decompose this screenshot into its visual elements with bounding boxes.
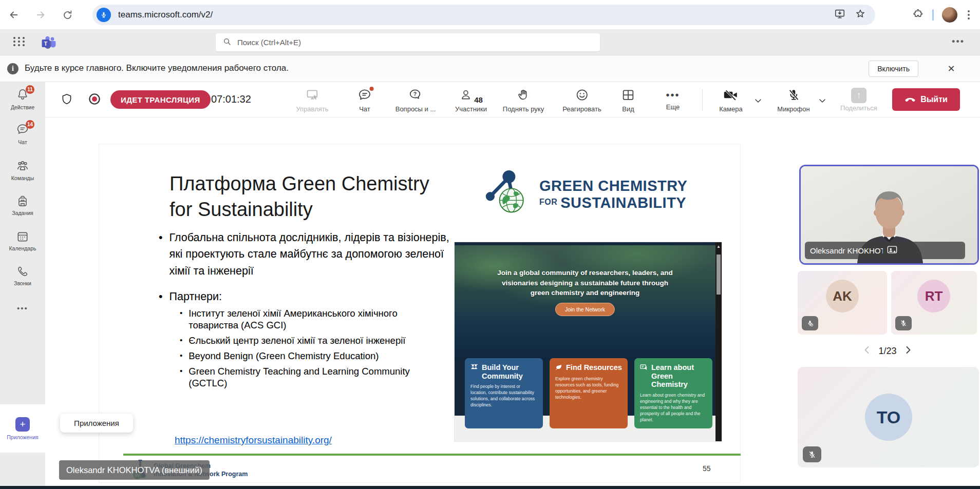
recording-icon[interactable] <box>87 92 102 106</box>
activity-badge: 11 <box>26 85 34 94</box>
url-text[interactable]: teams.microsoft.com/v2/ <box>118 10 834 20</box>
install-app-icon[interactable] <box>834 8 845 22</box>
toolbar-divider <box>702 89 703 111</box>
sidebar-item-activity[interactable]: 11 Действие <box>0 88 45 110</box>
raise-hand-button[interactable]: Поднять руку <box>503 88 544 113</box>
sidebar-item-teams[interactable]: Команды <box>0 159 45 181</box>
mic-off-icon <box>787 88 800 104</box>
search-placeholder: Поиск (Ctrl+Alt+E) <box>237 38 301 47</box>
board-card-icon <box>640 363 648 389</box>
slide-hyperlink[interactable]: https://chemistryforsustainability.org/ <box>175 435 332 446</box>
forward-icon[interactable] <box>33 7 48 23</box>
participants-button[interactable]: 48 Участники <box>455 88 487 113</box>
partner-item: •Інститут зеленої хімії Американського х… <box>180 307 421 331</box>
qa-icon: ? <box>408 88 423 104</box>
questions-button[interactable]: ? Вопросы и ... <box>395 88 436 113</box>
browser-menu-icon[interactable] <box>966 8 972 22</box>
website-card-resources: Find Resources Explore green chemistry r… <box>550 358 628 428</box>
bookmark-star-icon[interactable] <box>855 8 866 22</box>
sidebar-item-chat[interactable]: 14 Чат <box>0 123 45 145</box>
website-card-community: Build Your Community Find people by inte… <box>465 358 543 428</box>
website-hero-text: Join a global community of researchers, … <box>495 268 675 298</box>
react-button[interactable]: Реагировать <box>562 88 601 113</box>
banner-text: Будьте в курсе главного. Включите уведом… <box>25 63 289 73</box>
join-network-button: Join the Network <box>555 303 615 316</box>
mic-muted-icon <box>803 446 821 462</box>
video-tile-to[interactable]: TO <box>798 367 979 467</box>
search-input[interactable]: Поиск (Ctrl+Alt+E) <box>216 33 600 51</box>
browser-toolbar: teams.microsoft.com/v2/ <box>0 0 980 29</box>
mic-button[interactable]: Микрофон <box>777 88 809 113</box>
notification-banner: i Будьте в курсе главного. Включите увед… <box>0 55 980 82</box>
search-icon <box>223 37 231 48</box>
video-tile-ak[interactable]: AK <box>798 271 887 335</box>
teams-people-icon <box>15 159 30 173</box>
camera-chevron-icon[interactable] <box>754 96 762 106</box>
mic-chevron-icon[interactable] <box>818 96 826 106</box>
address-bar[interactable]: teams.microsoft.com/v2/ <box>92 5 875 25</box>
meeting-toolbar: ИДЕТ ТРАНСЛЯЦИЯ 07:01:32 Управлять Чат ?… <box>45 82 980 118</box>
mic-muted-icon <box>895 316 912 330</box>
participants-count: 48 <box>474 95 483 104</box>
chat-badge: 14 <box>26 120 34 129</box>
chat-button[interactable]: Чат <box>357 88 372 113</box>
slide-footer-divider <box>123 454 741 456</box>
live-broadcast-badge: ИДЕТ ТРАНСЛЯЦИЯ <box>110 90 211 109</box>
smiley-icon <box>575 88 589 104</box>
tiles-pagination: 1/23 <box>863 345 912 357</box>
scrollbar-thumb[interactable] <box>717 255 721 295</box>
avatar: TO <box>865 394 912 441</box>
phone-icon <box>15 264 30 279</box>
teams-sidebar: 11 Действие 14 Чат Команды Задания Кале <box>0 82 45 486</box>
slide-page-number: 55 <box>703 464 711 473</box>
sidebar-item-calendar[interactable]: Календарь <box>0 229 45 251</box>
leave-button[interactable]: Выйти <box>892 88 960 111</box>
more-button[interactable]: ••• Еще <box>666 88 680 111</box>
teams-logo[interactable]: T <box>41 35 56 52</box>
camera-button[interactable]: Камера <box>719 88 742 113</box>
chat-unread-dot <box>370 87 374 91</box>
window-bottom-edge <box>0 486 980 489</box>
sidebar-more-icon[interactable]: ••• <box>0 304 45 312</box>
teams-bar-more-icon[interactable]: ••• <box>952 36 965 47</box>
sidebar-item-assignments[interactable]: Задания <box>0 194 45 216</box>
page-prev-icon[interactable] <box>863 345 870 357</box>
teams-top-bar: T Поиск (Ctrl+Alt+E) ••• <box>0 29 980 55</box>
teams-meeting-window: teams.microsoft.com/v2/ <box>0 0 980 489</box>
video-tile-speaker[interactable]: Oleksandr KHOKHOTVA (внеш... <box>799 165 979 265</box>
avatar: RT <box>917 280 950 312</box>
security-shield-icon[interactable] <box>60 92 73 107</box>
reload-icon[interactable] <box>60 7 75 23</box>
website-scrollbar[interactable]: ▲ <box>715 242 722 441</box>
page-next-icon[interactable] <box>905 345 912 357</box>
mic-disabled-icon <box>802 316 818 330</box>
sidebar-item-apps[interactable]: + Приложения <box>0 404 45 453</box>
slide-title: Платформа Green Chemistry for Sustainabi… <box>169 171 457 222</box>
browser-profile-avatar[interactable] <box>942 7 957 23</box>
website-card-learn: Learn about Green Chemistry Learn about … <box>634 358 712 428</box>
app-launcher-icon[interactable] <box>13 37 26 46</box>
sidebar-item-calls[interactable]: Звонки <box>0 264 45 286</box>
molecule-globe-icon <box>483 168 532 221</box>
view-button[interactable]: Вид <box>621 88 635 113</box>
scroll-up-icon[interactable]: ▲ <box>717 244 721 249</box>
toolbar-chat-icon <box>357 88 372 104</box>
logo-text-line2: FORSUSTAINABILITY <box>539 194 687 211</box>
page-indicator: 1/23 <box>878 346 896 357</box>
participants-icon <box>459 88 473 104</box>
back-icon[interactable] <box>6 7 22 23</box>
site-mic-permission-icon[interactable] <box>97 8 111 22</box>
enable-notifications-button[interactable]: Включить <box>869 61 918 77</box>
view-grid-icon <box>621 88 635 104</box>
bullet-item: •Партнери: <box>159 290 467 303</box>
logo-text-line1: GREEN CHEMISTRY <box>539 178 687 194</box>
partner-item: •Єльський центр зеленої хімії та зеленої… <box>180 335 421 346</box>
hangup-icon <box>904 95 916 104</box>
camera-off-icon <box>723 88 739 104</box>
video-tile-rt[interactable]: RT <box>891 271 977 335</box>
spotlight-icon[interactable] <box>887 245 960 256</box>
apps-plus-icon: + <box>15 417 30 432</box>
pinned-extension-indicator <box>932 9 934 21</box>
banner-close-icon[interactable]: ✕ <box>944 62 958 76</box>
extensions-icon[interactable] <box>913 8 924 22</box>
